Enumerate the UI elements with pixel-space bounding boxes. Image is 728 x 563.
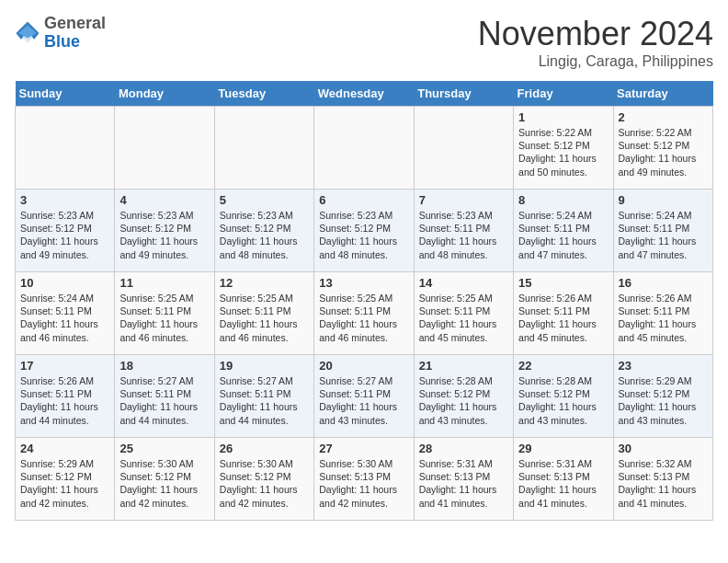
day-number: 12 [220, 276, 309, 290]
day-number: 7 [419, 193, 508, 207]
weekday-tuesday: Tuesday [214, 81, 313, 107]
calendar-cell: 24Sunrise: 5:29 AM Sunset: 5:12 PM Dayli… [16, 438, 115, 521]
day-number: 10 [20, 276, 109, 290]
calendar-cell: 19Sunrise: 5:27 AM Sunset: 5:11 PM Dayli… [214, 355, 313, 438]
day-number: 19 [220, 359, 309, 373]
page-header: General Blue November 2024 Lingig, Carag… [15, 15, 713, 70]
calendar-body: 1Sunrise: 5:22 AM Sunset: 5:12 PM Daylig… [16, 107, 713, 521]
day-info: Sunrise: 5:24 AM Sunset: 5:11 PM Dayligh… [619, 209, 708, 261]
calendar-cell: 7Sunrise: 5:23 AM Sunset: 5:11 PM Daylig… [414, 190, 513, 272]
calendar-cell: 18Sunrise: 5:27 AM Sunset: 5:11 PM Dayli… [115, 355, 214, 438]
day-info: Sunrise: 5:25 AM Sunset: 5:11 PM Dayligh… [220, 292, 309, 344]
day-info: Sunrise: 5:25 AM Sunset: 5:11 PM Dayligh… [319, 292, 408, 344]
day-number: 6 [319, 193, 408, 207]
calendar-week-row: 1Sunrise: 5:22 AM Sunset: 5:12 PM Daylig… [16, 107, 713, 190]
calendar-cell: 13Sunrise: 5:25 AM Sunset: 5:11 PM Dayli… [314, 272, 414, 355]
day-info: Sunrise: 5:23 AM Sunset: 5:11 PM Dayligh… [419, 209, 508, 261]
day-info: Sunrise: 5:28 AM Sunset: 5:12 PM Dayligh… [518, 374, 608, 427]
day-number: 18 [119, 359, 209, 373]
weekday-friday: Friday [514, 81, 613, 107]
day-number: 1 [518, 110, 608, 124]
day-number: 14 [419, 276, 508, 290]
day-info: Sunrise: 5:30 AM Sunset: 5:12 PM Dayligh… [220, 457, 309, 510]
calendar-table: SundayMondayTuesdayWednesdayThursdayFrid… [15, 81, 713, 521]
calendar-cell: 22Sunrise: 5:28 AM Sunset: 5:12 PM Dayli… [514, 355, 613, 438]
day-info: Sunrise: 5:27 AM Sunset: 5:11 PM Dayligh… [119, 374, 209, 427]
calendar-cell [214, 107, 313, 190]
day-info: Sunrise: 5:30 AM Sunset: 5:13 PM Dayligh… [319, 457, 408, 510]
title-block: November 2024 Lingig, Caraga, Philippine… [478, 15, 713, 70]
day-number: 8 [518, 193, 608, 207]
day-info: Sunrise: 5:29 AM Sunset: 5:12 PM Dayligh… [20, 457, 109, 510]
calendar-cell: 4Sunrise: 5:23 AM Sunset: 5:12 PM Daylig… [115, 190, 214, 272]
month-title: November 2024 [478, 15, 713, 53]
calendar-cell: 26Sunrise: 5:30 AM Sunset: 5:12 PM Dayli… [214, 438, 313, 521]
day-number: 13 [319, 276, 408, 290]
day-number: 15 [518, 276, 608, 290]
calendar-cell: 20Sunrise: 5:27 AM Sunset: 5:11 PM Dayli… [314, 355, 414, 438]
day-info: Sunrise: 5:23 AM Sunset: 5:12 PM Dayligh… [220, 209, 309, 261]
day-number: 20 [319, 359, 408, 373]
day-info: Sunrise: 5:26 AM Sunset: 5:11 PM Dayligh… [20, 374, 109, 427]
calendar-cell [314, 107, 414, 190]
calendar-cell: 27Sunrise: 5:30 AM Sunset: 5:13 PM Dayli… [314, 438, 414, 521]
calendar-week-row: 10Sunrise: 5:24 AM Sunset: 5:11 PM Dayli… [16, 272, 713, 355]
logo-general: General [44, 14, 106, 32]
weekday-header-row: SundayMondayTuesdayWednesdayThursdayFrid… [16, 81, 713, 107]
calendar-week-row: 3Sunrise: 5:23 AM Sunset: 5:12 PM Daylig… [16, 190, 713, 272]
day-number: 28 [419, 442, 508, 455]
day-info: Sunrise: 5:26 AM Sunset: 5:11 PM Dayligh… [619, 292, 708, 344]
day-number: 11 [119, 276, 209, 290]
day-number: 16 [619, 276, 708, 290]
calendar-header: SundayMondayTuesdayWednesdayThursdayFrid… [16, 81, 713, 107]
weekday-thursday: Thursday [414, 81, 513, 107]
calendar-cell [414, 107, 513, 190]
logo-icon [15, 20, 40, 46]
day-info: Sunrise: 5:32 AM Sunset: 5:13 PM Dayligh… [619, 457, 708, 510]
calendar-cell: 15Sunrise: 5:26 AM Sunset: 5:11 PM Dayli… [514, 272, 613, 355]
day-info: Sunrise: 5:23 AM Sunset: 5:12 PM Dayligh… [319, 209, 408, 261]
day-number: 29 [518, 442, 608, 455]
calendar-cell: 23Sunrise: 5:29 AM Sunset: 5:12 PM Dayli… [613, 355, 712, 438]
day-number: 4 [119, 193, 209, 207]
calendar-cell: 5Sunrise: 5:23 AM Sunset: 5:12 PM Daylig… [214, 190, 313, 272]
day-info: Sunrise: 5:27 AM Sunset: 5:11 PM Dayligh… [319, 374, 408, 427]
calendar-cell: 9Sunrise: 5:24 AM Sunset: 5:11 PM Daylig… [613, 190, 712, 272]
day-number: 21 [419, 359, 508, 373]
day-number: 23 [619, 359, 708, 373]
calendar-cell: 17Sunrise: 5:26 AM Sunset: 5:11 PM Dayli… [16, 355, 115, 438]
calendar-cell: 2Sunrise: 5:22 AM Sunset: 5:12 PM Daylig… [613, 107, 712, 190]
calendar-cell: 16Sunrise: 5:26 AM Sunset: 5:11 PM Dayli… [613, 272, 712, 355]
calendar-cell: 10Sunrise: 5:24 AM Sunset: 5:11 PM Dayli… [16, 272, 115, 355]
calendar-cell: 29Sunrise: 5:31 AM Sunset: 5:13 PM Dayli… [514, 438, 613, 521]
calendar-cell: 25Sunrise: 5:30 AM Sunset: 5:12 PM Dayli… [115, 438, 214, 521]
day-info: Sunrise: 5:30 AM Sunset: 5:12 PM Dayligh… [119, 457, 209, 510]
day-number: 3 [20, 193, 109, 207]
day-number: 9 [619, 193, 708, 207]
weekday-monday: Monday [115, 81, 214, 107]
location: Lingig, Caraga, Philippines [478, 53, 713, 70]
day-number: 27 [319, 442, 408, 455]
calendar-cell: 8Sunrise: 5:24 AM Sunset: 5:11 PM Daylig… [514, 190, 613, 272]
weekday-saturday: Saturday [613, 81, 712, 107]
day-number: 25 [119, 442, 209, 455]
day-info: Sunrise: 5:23 AM Sunset: 5:12 PM Dayligh… [119, 209, 209, 261]
calendar-week-row: 17Sunrise: 5:26 AM Sunset: 5:11 PM Dayli… [16, 355, 713, 438]
logo: General Blue [15, 15, 106, 52]
calendar-cell: 3Sunrise: 5:23 AM Sunset: 5:12 PM Daylig… [16, 190, 115, 272]
calendar-cell: 1Sunrise: 5:22 AM Sunset: 5:12 PM Daylig… [514, 107, 613, 190]
day-number: 17 [20, 359, 109, 373]
day-info: Sunrise: 5:27 AM Sunset: 5:11 PM Dayligh… [220, 374, 309, 427]
day-number: 26 [220, 442, 309, 455]
day-info: Sunrise: 5:31 AM Sunset: 5:13 PM Dayligh… [419, 457, 508, 510]
calendar-cell: 30Sunrise: 5:32 AM Sunset: 5:13 PM Dayli… [613, 438, 712, 521]
day-info: Sunrise: 5:25 AM Sunset: 5:11 PM Dayligh… [119, 292, 209, 344]
calendar-cell [115, 107, 214, 190]
calendar-cell: 11Sunrise: 5:25 AM Sunset: 5:11 PM Dayli… [115, 272, 214, 355]
day-info: Sunrise: 5:25 AM Sunset: 5:11 PM Dayligh… [419, 292, 508, 344]
day-info: Sunrise: 5:22 AM Sunset: 5:12 PM Dayligh… [619, 126, 708, 178]
calendar-cell: 12Sunrise: 5:25 AM Sunset: 5:11 PM Dayli… [214, 272, 313, 355]
day-info: Sunrise: 5:26 AM Sunset: 5:11 PM Dayligh… [518, 292, 608, 344]
day-info: Sunrise: 5:28 AM Sunset: 5:12 PM Dayligh… [419, 374, 508, 427]
calendar-week-row: 24Sunrise: 5:29 AM Sunset: 5:12 PM Dayli… [16, 438, 713, 521]
